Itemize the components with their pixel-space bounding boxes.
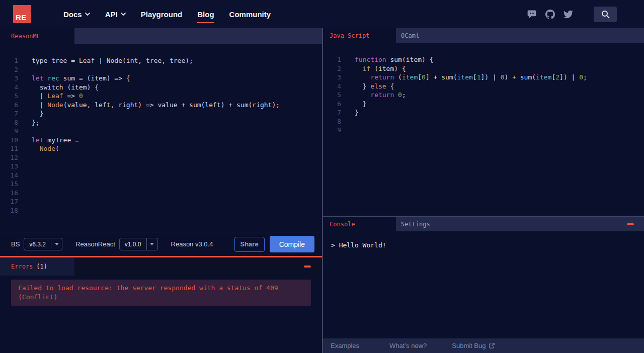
reasonreact-version-value: v1.0.0	[120, 238, 146, 250]
code-line: 14	[0, 171, 322, 180]
console-output: > Hello World!	[323, 231, 644, 338]
code-line-text: | Leaf => 0	[32, 92, 83, 101]
submit-bug-link[interactable]: Submit Bug	[452, 342, 495, 349]
output-tabbar: Java Script OCaml	[323, 28, 644, 43]
errors-body: Failed to load resource: the server resp…	[0, 276, 322, 310]
code-line: 6 }	[323, 100, 644, 109]
line-number: 4	[323, 82, 341, 91]
code-line: 4 switch (item) {	[0, 83, 322, 92]
nav-item-docs[interactable]: Docs	[63, 10, 90, 19]
collapse-errors-icon[interactable]	[304, 266, 311, 268]
code-line: 9	[323, 126, 644, 135]
line-number: 10	[0, 136, 18, 145]
code-line: 10let myTree =	[0, 136, 322, 145]
code-line: 12	[0, 153, 322, 162]
compile-button[interactable]: Compile	[270, 236, 314, 252]
search-button[interactable]	[594, 7, 617, 22]
line-number: 9	[0, 127, 18, 136]
line-number: 7	[0, 109, 18, 118]
github-icon[interactable]	[545, 10, 555, 19]
examples-link[interactable]: Examples	[331, 342, 359, 349]
navbar-icons	[527, 7, 617, 22]
top-navbar: RE Docs API Playground Blog Community	[0, 0, 644, 28]
line-number: 2	[323, 64, 341, 73]
line-number: 17	[0, 197, 18, 206]
code-line: 2	[0, 65, 322, 74]
tab-settings[interactable]: Settings	[396, 217, 430, 231]
nav-item-label: Blog	[197, 10, 214, 19]
code-line: 5 return 0;	[323, 91, 644, 100]
code-line: 11 Node(	[0, 144, 322, 153]
line-number: 14	[0, 171, 18, 180]
reason-code-editor[interactable]: 1type tree = Leaf | Node(int, tree, tree…	[0, 44, 322, 232]
tab-javascript[interactable]: Java Script	[323, 28, 396, 43]
code-line: 1type tree = Leaf | Node(int, tree, tree…	[0, 56, 322, 65]
twitter-icon[interactable]	[564, 10, 573, 19]
bs-version-value: v6.3.2	[24, 238, 51, 250]
reasonreact-version-dropdown[interactable]: v1.0.0	[119, 238, 158, 250]
nav-item-community[interactable]: Community	[229, 10, 271, 19]
whats-new-link[interactable]: What’s new?	[389, 342, 427, 349]
nav-item-api[interactable]: API	[105, 10, 126, 19]
line-number: 3	[0, 74, 18, 83]
errors-count: (1)	[36, 263, 47, 270]
logo[interactable]: RE	[13, 5, 31, 23]
code-line-text: type tree = Leaf | Node(int, tree, tree)…	[32, 56, 193, 65]
bs-label: BS	[11, 240, 20, 248]
errors-header: Errors (1)	[0, 257, 322, 276]
line-number: 4	[0, 83, 18, 92]
code-line-text: }	[355, 100, 366, 109]
console-panel: Console Settings > Hello World! Examples…	[323, 216, 644, 353]
code-line-text: }	[355, 108, 359, 117]
line-number: 8	[0, 118, 18, 127]
app-root: RE Docs API Playground Blog Community	[0, 0, 644, 353]
line-number: 11	[0, 144, 18, 153]
code-line: 16	[0, 189, 322, 198]
bs-version-dropdown[interactable]: v6.3.2	[24, 238, 62, 250]
tab-reasonml[interactable]: ReasonML	[0, 28, 74, 44]
code-line: 8	[323, 117, 644, 126]
nav-item-label: Docs	[63, 10, 82, 19]
output-panel: Java Script OCaml 1function sum(item) {2…	[323, 28, 644, 353]
compiler-toolbar: BS v6.3.2 ReasonReact v1.0.0 Reason v3.0…	[0, 232, 322, 256]
reason-panel: ReasonML 1type tree = Leaf | Node(int, t…	[0, 28, 323, 353]
reasonreact-label: ReasonReact	[75, 240, 115, 248]
code-line: 13	[0, 162, 322, 171]
discord-icon[interactable]	[527, 9, 537, 19]
code-line: 3 return (item[0] + sum(item[1]) | 0) + …	[323, 73, 644, 82]
share-button[interactable]: Share	[234, 237, 265, 252]
javascript-code-editor[interactable]: 1function sum(item) {2 if (item) {3 retu…	[323, 43, 644, 216]
console-tabbar: Console Settings	[323, 217, 644, 231]
line-number: 7	[323, 108, 341, 117]
code-line: 18	[0, 206, 322, 215]
main-area: ReasonML 1type tree = Leaf | Node(int, t…	[0, 28, 644, 353]
tab-errors[interactable]: Errors (1)	[0, 257, 74, 276]
tab-ocaml[interactable]: OCaml	[396, 28, 419, 43]
code-line: 9	[0, 127, 322, 136]
code-line: 5 | Leaf => 0	[0, 92, 322, 101]
line-number: 15	[0, 180, 18, 189]
reason-tabbar: ReasonML	[0, 28, 322, 44]
code-line: 4 } else {	[323, 82, 644, 91]
collapse-console-icon[interactable]	[627, 223, 634, 225]
nav-item-label: Playground	[141, 10, 183, 19]
code-line: 7}	[323, 108, 644, 117]
code-line-text: return 0;	[355, 91, 406, 100]
tab-console[interactable]: Console	[323, 217, 396, 231]
nav-item-label: API	[105, 10, 118, 19]
code-line: 6 | Node(value, left, right) => value + …	[0, 101, 322, 110]
external-link-icon	[489, 342, 495, 349]
code-line-text: | Node(value, left, right) => value + su…	[32, 101, 280, 110]
code-line-text: } else {	[355, 82, 394, 91]
code-line-text: }	[32, 109, 43, 118]
code-line-text: };	[32, 118, 40, 127]
code-line-text: let rec sum = (item) => {	[32, 74, 130, 83]
nav-item-playground[interactable]: Playground	[141, 10, 183, 19]
nav-item-blog[interactable]: Blog	[197, 10, 214, 19]
active-nav-underline	[197, 22, 214, 23]
code-line-text: return (item[0] + sum(item[1]) | 0) + su…	[355, 73, 587, 82]
code-line-text: let myTree =	[32, 136, 79, 145]
code-line: 7 }	[0, 109, 322, 118]
line-number: 5	[323, 91, 341, 100]
dropdown-arrow-icon	[146, 238, 157, 250]
